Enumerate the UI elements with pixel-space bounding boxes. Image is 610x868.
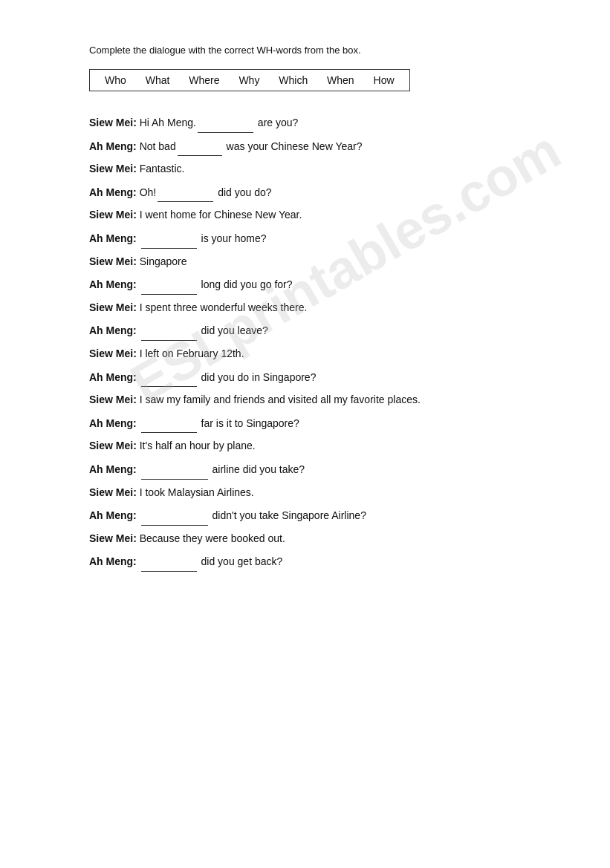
- dialogue-line: Ah Meng: long did you go for?: [89, 274, 536, 295]
- answer-blank[interactable]: [141, 274, 197, 295]
- line-text-after: airline did you take?: [212, 463, 305, 475]
- dialogue-line: Ah Meng: airline did you take?: [89, 459, 536, 480]
- word-when: When: [327, 74, 354, 86]
- line-text-before: Not bad: [140, 140, 176, 152]
- speaker-label: Siew Mei:: [89, 394, 137, 405]
- word-who: Who: [105, 74, 126, 86]
- dialogue-line: Ah Meng: Oh! did you do?: [89, 182, 536, 203]
- speaker-label: Siew Mei:: [89, 255, 137, 267]
- dialogue-line: Ah Meng: didn't you take Singapore Airli…: [89, 505, 536, 526]
- dialogue-line: Siew Mei: Fantastic.: [89, 159, 536, 179]
- answer-blank[interactable]: [141, 505, 208, 526]
- dialogue-line: Ah Meng: Not bad was your Chinese New Ye…: [89, 136, 536, 157]
- dialogue-line: Ah Meng: far is it to Singapore?: [89, 413, 536, 434]
- speaker-label: Ah Meng:: [89, 417, 137, 429]
- dialogue-line: Siew Mei: It's half an hour by plane.: [89, 436, 536, 456]
- speaker-label: Siew Mei:: [89, 117, 137, 128]
- answer-blank[interactable]: [141, 228, 197, 249]
- word-which: Which: [279, 74, 308, 86]
- instructions: Complete the dialogue with the correct W…: [89, 45, 536, 56]
- line-text-after: did you leave?: [201, 324, 268, 336]
- word-what: What: [146, 74, 170, 86]
- line-text: I saw my family and friends and visited …: [140, 394, 421, 405]
- line-text: Because they were booked out.: [140, 532, 285, 544]
- line-text: Fantastic.: [140, 163, 185, 174]
- line-text: Singapore: [140, 255, 187, 267]
- dialogue-line: Ah Meng: did you get back?: [89, 551, 536, 572]
- speaker-label: Ah Meng:: [89, 324, 137, 336]
- line-text: I spent three wonderful weeks there.: [140, 301, 308, 313]
- line-text-after: is your home?: [201, 232, 267, 244]
- answer-blank[interactable]: [141, 459, 208, 480]
- dialogue-line: Siew Mei: I saw my family and friends an…: [89, 390, 536, 410]
- answer-blank[interactable]: [141, 367, 197, 388]
- line-text-after: did you get back?: [201, 555, 283, 567]
- speaker-label: Ah Meng:: [89, 509, 137, 521]
- answer-blank[interactable]: [141, 551, 197, 572]
- speaker-label: Siew Mei:: [89, 440, 137, 451]
- line-text: I took Malaysian Airlines.: [140, 486, 254, 498]
- line-text-after: didn't you take Singapore Airline?: [212, 509, 366, 521]
- speaker-label: Siew Mei:: [89, 486, 137, 498]
- dialogue-line: Siew Mei: I went home for Chinese New Ye…: [89, 205, 536, 225]
- speaker-label: Ah Meng:: [89, 186, 137, 198]
- line-text-after: was your Chinese New Year?: [227, 140, 363, 152]
- speaker-label: Siew Mei:: [89, 301, 137, 313]
- answer-blank[interactable]: [141, 413, 197, 434]
- speaker-label: Siew Mei:: [89, 209, 137, 221]
- dialogue-line: Siew Mei: Singapore: [89, 252, 536, 272]
- dialogue-line: Siew Mei: Because they were booked out.: [89, 529, 536, 549]
- line-text-after: did you do in Singapore?: [201, 371, 317, 383]
- answer-blank[interactable]: [178, 136, 222, 157]
- dialogue-line: Ah Meng: did you leave?: [89, 320, 536, 341]
- speaker-label: Siew Mei:: [89, 532, 137, 544]
- speaker-label: Siew Mei:: [89, 347, 137, 359]
- speaker-label: Ah Meng:: [89, 140, 137, 152]
- speaker-label: Ah Meng:: [89, 278, 137, 290]
- dialogue-line: Ah Meng: did you do in Singapore?: [89, 367, 536, 388]
- line-text-after: far is it to Singapore?: [201, 417, 299, 429]
- speaker-label: Ah Meng:: [89, 463, 137, 475]
- dialogue-line: Siew Mei: Hi Ah Meng. are you?: [89, 112, 536, 133]
- answer-blank[interactable]: [198, 112, 253, 133]
- dialogue-line: Ah Meng: is your home?: [89, 228, 536, 249]
- line-text-after: are you?: [258, 117, 298, 128]
- answer-blank[interactable]: [141, 320, 197, 341]
- speaker-label: Siew Mei:: [89, 163, 137, 174]
- line-text-before: Hi Ah Meng.: [140, 117, 196, 128]
- word-why: Why: [239, 74, 259, 86]
- line-text-after: long did you go for?: [201, 278, 293, 290]
- line-text: I went home for Chinese New Year.: [140, 209, 302, 221]
- line-text-after: did you do?: [218, 186, 271, 198]
- dialogue-line: Siew Mei: I spent three wonderful weeks …: [89, 298, 536, 318]
- dialogue-line: Siew Mei: I took Malaysian Airlines.: [89, 483, 536, 503]
- speaker-label: Ah Meng:: [89, 555, 137, 567]
- line-text: It's half an hour by plane.: [140, 440, 256, 451]
- word-where: Where: [189, 74, 219, 86]
- speaker-label: Ah Meng:: [89, 232, 137, 244]
- speaker-label: Ah Meng:: [89, 371, 137, 383]
- word-box: Who What Where Why Which When How: [89, 69, 410, 91]
- line-text-before: Oh!: [140, 186, 157, 198]
- line-text: I left on February 12th.: [140, 347, 244, 359]
- dialogue-line: Siew Mei: I left on February 12th.: [89, 344, 536, 364]
- answer-blank[interactable]: [158, 182, 213, 203]
- dialogue: Siew Mei: Hi Ah Meng. are you?Ah Meng: N…: [89, 112, 536, 572]
- word-how: How: [374, 74, 395, 86]
